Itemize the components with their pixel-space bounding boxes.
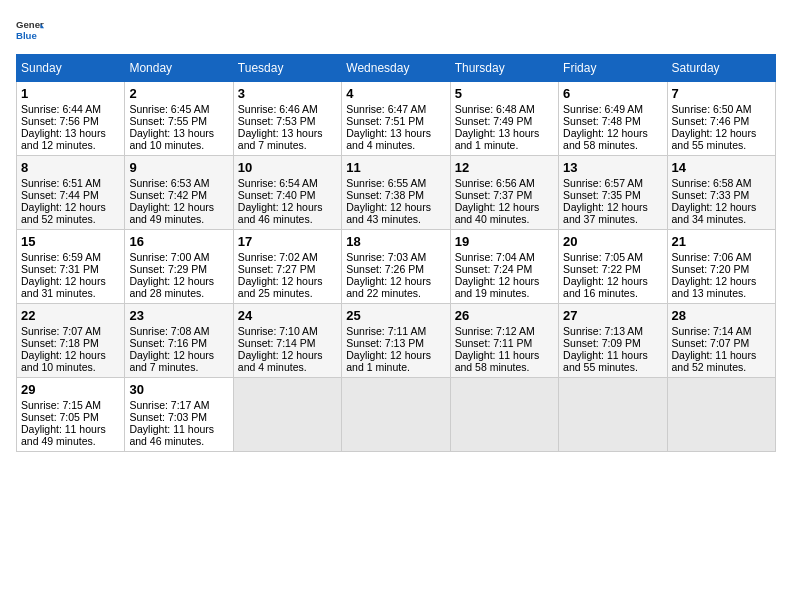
cell-line: Daylight: 12 hours: [563, 127, 662, 139]
cell-line: Sunrise: 7:15 AM: [21, 399, 120, 411]
cell-line: Sunrise: 7:00 AM: [129, 251, 228, 263]
cell-line: Sunrise: 6:48 AM: [455, 103, 554, 115]
calendar-cell: 20Sunrise: 7:05 AMSunset: 7:22 PMDayligh…: [559, 230, 667, 304]
calendar-cell: 29Sunrise: 7:15 AMSunset: 7:05 PMDayligh…: [17, 378, 125, 452]
cell-line: and 4 minutes.: [346, 139, 445, 151]
calendar-cell: 7Sunrise: 6:50 AMSunset: 7:46 PMDaylight…: [667, 82, 775, 156]
cell-line: and 34 minutes.: [672, 213, 771, 225]
cell-line: Sunrise: 6:59 AM: [21, 251, 120, 263]
cell-line: and 43 minutes.: [346, 213, 445, 225]
cell-line: Sunrise: 6:57 AM: [563, 177, 662, 189]
calendar-cell: 2Sunrise: 6:45 AMSunset: 7:55 PMDaylight…: [125, 82, 233, 156]
logo-icon: General Blue: [16, 16, 44, 44]
calendar-cell: 19Sunrise: 7:04 AMSunset: 7:24 PMDayligh…: [450, 230, 558, 304]
cell-line: Sunset: 7:03 PM: [129, 411, 228, 423]
calendar-cell: 13Sunrise: 6:57 AMSunset: 7:35 PMDayligh…: [559, 156, 667, 230]
day-number: 17: [238, 234, 337, 249]
day-number: 22: [21, 308, 120, 323]
cell-line: Sunrise: 6:49 AM: [563, 103, 662, 115]
cell-line: and 55 minutes.: [563, 361, 662, 373]
cell-line: Sunset: 7:14 PM: [238, 337, 337, 349]
day-number: 14: [672, 160, 771, 175]
cell-line: Sunrise: 6:46 AM: [238, 103, 337, 115]
day-number: 27: [563, 308, 662, 323]
week-row-4: 22Sunrise: 7:07 AMSunset: 7:18 PMDayligh…: [17, 304, 776, 378]
calendar-cell: 17Sunrise: 7:02 AMSunset: 7:27 PMDayligh…: [233, 230, 341, 304]
cell-line: and 13 minutes.: [672, 287, 771, 299]
calendar-cell: 21Sunrise: 7:06 AMSunset: 7:20 PMDayligh…: [667, 230, 775, 304]
cell-line: Daylight: 12 hours: [346, 275, 445, 287]
cell-line: and 37 minutes.: [563, 213, 662, 225]
cell-line: and 58 minutes.: [455, 361, 554, 373]
week-row-5: 29Sunrise: 7:15 AMSunset: 7:05 PMDayligh…: [17, 378, 776, 452]
cell-line: Sunrise: 6:54 AM: [238, 177, 337, 189]
cell-line: Daylight: 13 hours: [238, 127, 337, 139]
calendar-cell: [233, 378, 341, 452]
day-number: 2: [129, 86, 228, 101]
day-number: 5: [455, 86, 554, 101]
cell-line: Sunrise: 7:07 AM: [21, 325, 120, 337]
cell-line: Sunset: 7:48 PM: [563, 115, 662, 127]
day-number: 13: [563, 160, 662, 175]
calendar-cell: 3Sunrise: 6:46 AMSunset: 7:53 PMDaylight…: [233, 82, 341, 156]
cell-line: Sunrise: 7:05 AM: [563, 251, 662, 263]
day-number: 1: [21, 86, 120, 101]
day-number: 16: [129, 234, 228, 249]
cell-line: and 49 minutes.: [129, 213, 228, 225]
cell-line: Sunrise: 7:06 AM: [672, 251, 771, 263]
cell-line: Daylight: 13 hours: [129, 127, 228, 139]
cell-line: Sunset: 7:51 PM: [346, 115, 445, 127]
cell-line: Sunrise: 7:04 AM: [455, 251, 554, 263]
day-number: 25: [346, 308, 445, 323]
calendar-cell: 14Sunrise: 6:58 AMSunset: 7:33 PMDayligh…: [667, 156, 775, 230]
calendar-cell: 9Sunrise: 6:53 AMSunset: 7:42 PMDaylight…: [125, 156, 233, 230]
cell-line: Sunrise: 7:08 AM: [129, 325, 228, 337]
cell-line: and 46 minutes.: [129, 435, 228, 447]
cell-line: Sunset: 7:13 PM: [346, 337, 445, 349]
day-number: 29: [21, 382, 120, 397]
day-number: 26: [455, 308, 554, 323]
cell-line: Daylight: 11 hours: [21, 423, 120, 435]
cell-line: Sunset: 7:44 PM: [21, 189, 120, 201]
day-number: 18: [346, 234, 445, 249]
calendar-cell: 24Sunrise: 7:10 AMSunset: 7:14 PMDayligh…: [233, 304, 341, 378]
cell-line: and 4 minutes.: [238, 361, 337, 373]
day-number: 3: [238, 86, 337, 101]
cell-line: Daylight: 12 hours: [346, 201, 445, 213]
cell-line: Sunset: 7:26 PM: [346, 263, 445, 275]
day-number: 10: [238, 160, 337, 175]
cell-line: and 52 minutes.: [21, 213, 120, 225]
weekday-header-tuesday: Tuesday: [233, 55, 341, 82]
day-number: 23: [129, 308, 228, 323]
calendar-cell: 8Sunrise: 6:51 AMSunset: 7:44 PMDaylight…: [17, 156, 125, 230]
cell-line: Sunrise: 6:44 AM: [21, 103, 120, 115]
cell-line: Sunset: 7:22 PM: [563, 263, 662, 275]
calendar-cell: 15Sunrise: 6:59 AMSunset: 7:31 PMDayligh…: [17, 230, 125, 304]
cell-line: Daylight: 12 hours: [672, 275, 771, 287]
cell-line: Sunrise: 6:45 AM: [129, 103, 228, 115]
cell-line: Daylight: 12 hours: [238, 201, 337, 213]
calendar-cell: 1Sunrise: 6:44 AMSunset: 7:56 PMDaylight…: [17, 82, 125, 156]
cell-line: and 25 minutes.: [238, 287, 337, 299]
cell-line: and 52 minutes.: [672, 361, 771, 373]
cell-line: and 10 minutes.: [129, 139, 228, 151]
calendar-cell: 23Sunrise: 7:08 AMSunset: 7:16 PMDayligh…: [125, 304, 233, 378]
weekday-header-wednesday: Wednesday: [342, 55, 450, 82]
cell-line: Sunrise: 6:58 AM: [672, 177, 771, 189]
calendar-cell: 12Sunrise: 6:56 AMSunset: 7:37 PMDayligh…: [450, 156, 558, 230]
cell-line: Daylight: 12 hours: [672, 127, 771, 139]
day-number: 12: [455, 160, 554, 175]
calendar-cell: 18Sunrise: 7:03 AMSunset: 7:26 PMDayligh…: [342, 230, 450, 304]
calendar-cell: 30Sunrise: 7:17 AMSunset: 7:03 PMDayligh…: [125, 378, 233, 452]
cell-line: Daylight: 11 hours: [563, 349, 662, 361]
cell-line: Sunrise: 6:51 AM: [21, 177, 120, 189]
cell-line: and 46 minutes.: [238, 213, 337, 225]
cell-line: Daylight: 12 hours: [563, 275, 662, 287]
cell-line: Sunset: 7:31 PM: [21, 263, 120, 275]
cell-line: Sunset: 7:05 PM: [21, 411, 120, 423]
calendar-cell: 10Sunrise: 6:54 AMSunset: 7:40 PMDayligh…: [233, 156, 341, 230]
cell-line: Sunrise: 6:53 AM: [129, 177, 228, 189]
cell-line: Sunset: 7:20 PM: [672, 263, 771, 275]
cell-line: Daylight: 12 hours: [21, 201, 120, 213]
calendar-cell: [450, 378, 558, 452]
